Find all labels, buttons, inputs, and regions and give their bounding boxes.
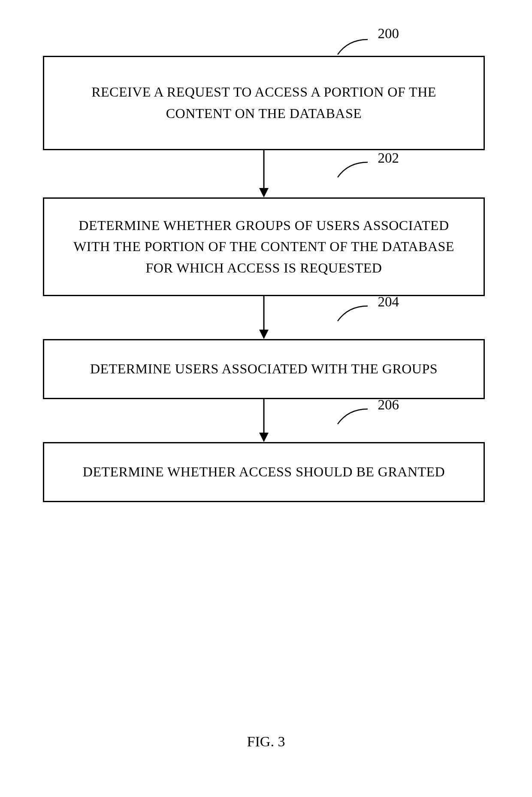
step-text: RECEIVE A REQUEST TO ACCESS A PORTION OF… [61,82,466,124]
svg-marker-5 [259,433,269,442]
step-label-206: 206 [43,401,485,425]
flowchart-step-2: DETERMINE WHETHER GROUPS OF USERS ASSOCI… [43,197,485,296]
step-text: DETERMINE USERS ASSOCIATED WITH THE GROU… [90,358,438,380]
label-text: 204 [378,294,399,310]
step-text: DETERMINE WHETHER GROUPS OF USERS ASSOCI… [61,215,466,279]
step-text: DETERMINE WHETHER ACCESS SHOULD BE GRANT… [83,461,445,483]
step-label-204: 204 [43,298,485,322]
flowchart-step-3: DETERMINE USERS ASSOCIATED WITH THE GROU… [43,339,485,399]
step-label-200: 200 [43,26,485,56]
svg-marker-3 [259,330,269,339]
flowchart-step-4: DETERMINE WHETHER ACCESS SHOULD BE GRANT… [43,442,485,502]
step-label-202: 202 [43,155,485,178]
label-text: 206 [378,397,399,413]
flowchart-step-1: RECEIVE A REQUEST TO ACCESS A PORTION OF… [43,56,485,150]
label-text: 202 [378,150,399,166]
svg-marker-1 [259,188,269,197]
flowchart-container: 200 RECEIVE A REQUEST TO ACCESS A PORTIO… [43,26,485,502]
figure-caption: FIG. 3 [0,733,532,750]
label-text: 200 [378,26,399,42]
